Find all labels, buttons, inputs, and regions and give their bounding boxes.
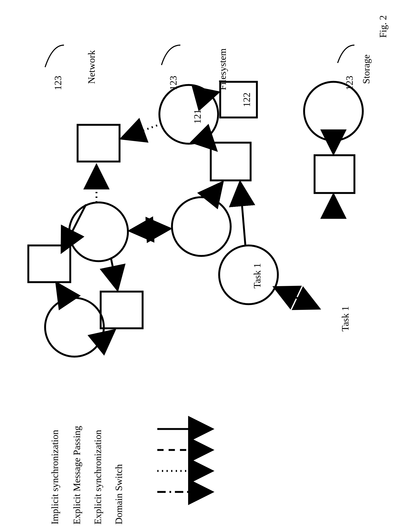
legend-explicit-msg: Explicit Message Passing <box>71 426 82 524</box>
edge-net-bottom-to-rightobj <box>98 330 114 344</box>
storage-object <box>314 155 354 193</box>
edge-domain-switch <box>275 287 319 308</box>
filesystem-label: Filesystem <box>217 49 228 90</box>
fs-task-mid <box>172 197 231 256</box>
edge-net-bottom-to-leftobj <box>57 283 67 299</box>
net-object-left <box>28 246 70 282</box>
node-task1-b-label: Task 1 <box>340 306 351 331</box>
legend-domain-switch: Domain Switch <box>113 464 124 524</box>
fs-task1 <box>219 246 278 304</box>
storage-label: Storage <box>361 54 372 84</box>
net-task-center <box>69 202 128 261</box>
figure-label: Fig. 2 <box>378 15 388 38</box>
network-ref: 123 <box>52 76 64 90</box>
node-122-label: 122 <box>241 93 252 107</box>
net-object-right <box>101 292 142 328</box>
storage-task <box>304 82 363 141</box>
edge-task1-to-centerobj <box>240 182 245 246</box>
leader-storage <box>338 45 354 63</box>
storage-ref: 123 <box>344 76 355 90</box>
leader-network <box>45 45 64 67</box>
edge-net-center-to-leftobj <box>62 205 86 252</box>
edge-mid-to-centerobj <box>210 182 222 198</box>
edge-msg-net-fs <box>130 229 170 231</box>
leader-filesystem <box>162 45 180 65</box>
net-object-top <box>78 125 119 162</box>
net-task-bottom <box>45 298 104 357</box>
node-task1-a-label: Task 1 <box>252 263 263 288</box>
legend-explicit-sync: Explicit synchronization <box>92 430 103 524</box>
edge-net-center-to-rightobj <box>111 259 118 290</box>
filesystem-ref: 123 <box>168 76 179 90</box>
edge-explicit-sync-121-netobj <box>122 124 162 138</box>
fs-object-center <box>211 143 251 180</box>
figure-2: Fig. 2 123 Network 123 Filesystem 123 St… <box>0 0 393 532</box>
node-121-label: 121 <box>192 109 203 124</box>
legend-implicit-sync: Implicit synchronization <box>49 430 60 524</box>
network-label: Network <box>86 50 97 84</box>
